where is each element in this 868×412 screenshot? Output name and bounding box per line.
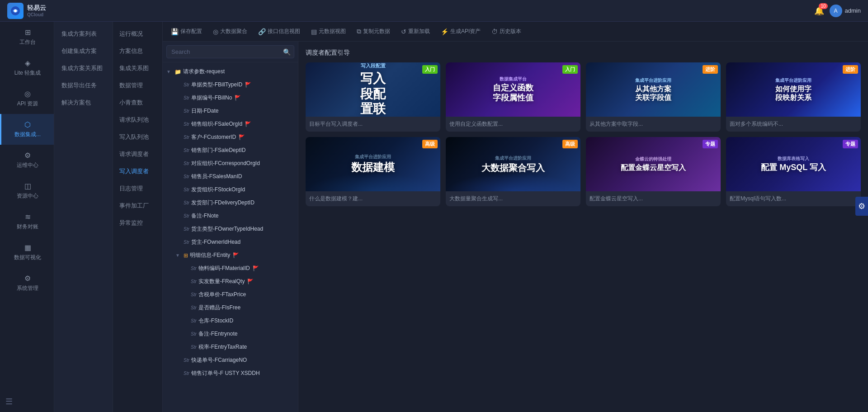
save-config-button[interactable]: 💾 保存配置 [166,25,207,38]
video-card-8[interactable]: 数据库表格写入 配置 MySQL 写入 专题 配置Mysql语句写入数... [726,137,861,206]
collapse-nav-button[interactable]: ☰ [0,391,54,412]
third-nav-item-write-pool[interactable]: 写入队列池 [113,128,162,146]
tree-node-fentity: ▼ ⊞ 明细信息-FEntity 🚩 [163,249,298,262]
list-item[interactable]: Str 销售订单号-F USTY XSDDH [172,368,298,379]
sidebar-item-lite[interactable]: ◈ Lite 轻集成 [0,52,54,83]
card-background: 数据集成平台 自定义函数字段属性值 [446,62,580,117]
tree-node-label: 含税单价-FTaxPrice [198,291,246,298]
third-nav-item-xiaoqing[interactable]: 小青查数 [113,94,162,111]
tree-node-label: 发货组织-FStockOrgId [191,186,245,194]
third-nav-item-exception-monitor[interactable]: 异常监控 [113,214,162,232]
third-nav-item-write-dispatcher[interactable]: 写入调度者 [113,163,162,180]
third-nav-item-integration-graph[interactable]: 集成关系图 [113,60,162,77]
third-nav-item-log[interactable]: 日志管理 [113,180,162,197]
generate-api-button[interactable]: ⚡ 生成API资产 [436,25,485,38]
list-item[interactable]: Str 单据编号-FBillNo 🚩 [172,93,298,103]
third-nav-item-data-management[interactable]: 数据管理 [113,77,162,94]
search-button[interactable]: 🔍 [283,48,291,56]
second-nav-item-solution-graph[interactable]: 集成方案关系图 [54,60,113,77]
card-description: 大数据量聚合生成写... [446,191,580,206]
history-version-button[interactable]: ⏱ 历史版本 [487,25,526,38]
visualization-icon: ▦ [24,243,31,252]
third-nav: 运行概况 方案信息 集成关系图 数据管理 小青查数 请求队列池 写入队列池 请求… [113,22,163,412]
notification-button[interactable]: 🔔 10 [814,6,824,16]
second-nav-item-solution-package[interactable]: 解决方案包 [54,94,113,111]
sidebar-item-system[interactable]: ⚙ 系统管理 [0,268,54,298]
list-item[interactable]: Str 销售组织-FSaleOrgId 🚩 [172,119,298,129]
card-tag: 入门 [422,65,438,74]
sidebar-item-data-integration[interactable]: ⬡ 数据集成... [0,114,54,145]
card-thumbnail: 数据集成平台 自定义函数字段属性值 入门 [446,62,580,117]
list-item[interactable]: Str 物料编码-FMaterialID 🚩 [179,263,298,274]
user-menu[interactable]: A admin [830,5,861,17]
list-item[interactable]: Str 货主类型-FOwnerTypeIdHead [172,224,298,234]
list-item[interactable]: Str 货主-FOwnerIdHead [172,237,298,247]
list-item[interactable]: Str 发货组织-FStockOrgId [172,185,298,195]
right-panel: 调度者配置引导 写入段配置 写入段配置联 [298,42,868,412]
video-card-6[interactable]: 集成平台进阶应用 大数据聚合写入 高级 大数据量聚合生成写... [446,137,580,206]
list-item[interactable]: Str 对应组织-FCorrespondOrgId [172,158,298,169]
chevron-down-icon: ▼ [175,253,182,258]
video-card-7[interactable]: 金蝶云的特强处理 配置金蝶云星空写入 专题 配置金蝶云星空写入... [586,137,721,206]
list-item[interactable]: Str 客户-FCustomerID 🚩 [172,132,298,142]
tree-node-label: 发货部门-FDeliveryDeptID [191,199,255,207]
search-input[interactable] [166,45,294,58]
video-card-2[interactable]: 数据集成平台 自定义函数字段属性值 入门 使用自定义函数配置... [446,62,580,132]
type-badge: Str [191,305,197,310]
second-nav-item-create-solution[interactable]: 创建集成方案 [54,43,113,60]
list-item[interactable]: Str 实发数量-FRealQty 🚩 [179,276,298,287]
chevron-down-icon: ▼ [166,69,173,74]
sidebar-item-resources[interactable]: ◫ 资源中心 [0,175,54,206]
video-card-3[interactable]: 集成平台进阶应用 从其他方案关联字段值 进阶 从其他方案中取字段... [586,62,721,132]
lite-icon: ◈ [25,59,30,67]
sidebar-item-ops[interactable]: ⚙ 运维中心 [0,145,54,175]
list-item[interactable]: Str 销售部门-FSaleDeptID [172,145,298,156]
list-item[interactable]: ▼ 📁 请求参数-request [163,66,298,77]
list-item[interactable]: Str 快递单号-FCarriageNO [172,355,298,365]
list-item[interactable]: Str 日期-FDate [172,106,298,116]
third-nav-item-event-factory[interactable]: 事件加工厂 [113,197,162,214]
second-nav-item-solution-list[interactable]: 集成方案列表 [54,25,113,43]
sidebar-item-visualization[interactable]: ▦ 数据可视化 [0,237,54,268]
tree-node-date: Str 日期-FDate [163,104,298,118]
list-item[interactable]: Str 仓库-FStockID [179,316,298,326]
sidebar-item-api[interactable]: ◎ API 资源 [0,83,54,114]
logo-text: 轻易云 QCloud [27,4,46,17]
tree-node-owner: Str 货主-FOwnerIdHead [163,236,298,249]
reload-button[interactable]: ↺ 重新加载 [396,25,434,38]
list-item[interactable]: ▼ ⊞ 明细信息-FEntity 🚩 [172,250,298,260]
list-item[interactable]: Str 备注-FEntrynote [179,329,298,339]
video-card-1[interactable]: 写入段配置 写入段配置联 入门 目标平台写入调度者... [306,62,440,132]
interface-info-button[interactable]: 🔗 接口信息视图 [254,25,305,38]
metadata-view-button[interactable]: ▤ 元数据视图 [307,25,350,38]
third-nav-item-request-pool[interactable]: 请求队列池 [113,111,162,128]
username-label: admin [845,7,861,14]
sidebar-item-finance[interactable]: ≋ 财务对账 [0,206,54,237]
tree-node-label: 日期-FDate [191,107,219,115]
list-item[interactable]: Str 备注-FNote [172,211,298,221]
video-card-4[interactable]: 集成平台进阶应用 如何使用字段映射关系 进阶 面对多个系统编码不... [726,62,861,132]
second-nav-item-export-task[interactable]: 数据导出任务 [54,77,113,94]
list-item[interactable]: Str 税率-FEntryTaxRate [179,342,298,352]
copy-metadata-button[interactable]: ⧉ 复制元数据 [352,25,395,38]
list-item[interactable]: Str 是否赠品-FIsFree [179,303,298,313]
list-item[interactable]: Str 单据类型-FBillTypeID 🚩 [172,80,298,90]
tree-node-label: 销售订单号-F USTY XSDDH [191,369,260,377]
type-badge: Str [184,227,189,232]
tree-node-label: 物料编码-FMaterialID [198,265,250,272]
sidebar-item-label: 运维中心 [17,161,38,169]
third-nav-item-request-dispatcher[interactable]: 请求调度者 [113,146,162,163]
list-item[interactable]: Str 发货部门-FDeliveryDeptID [172,198,298,208]
card-background: 集成平台进阶应用 大数据聚合写入 [446,137,580,191]
list-item[interactable]: Str 含税单价-FTaxPrice [179,289,298,300]
settings-float-button[interactable]: ⚙ [855,197,868,216]
third-nav-item-overview[interactable]: 运行概况 [113,25,162,43]
third-nav-item-solution-info[interactable]: 方案信息 [113,43,162,60]
big-data-aggregation-button[interactable]: ◎ 大数据聚合 [208,25,252,38]
flag-icon: 🚩 [239,134,245,140]
list-item[interactable]: Str 销售员-FSalesManID [172,171,298,182]
tree-node-label: 实发数量-FRealQty [198,278,245,285]
video-card-5[interactable]: 集成平台进阶应用 数据建模 高级 什么是数据建模？建... [306,137,440,206]
sidebar-item-workbench[interactable]: ⊞ 工作台 [0,22,54,52]
folder-icon: 📁 [175,69,181,75]
